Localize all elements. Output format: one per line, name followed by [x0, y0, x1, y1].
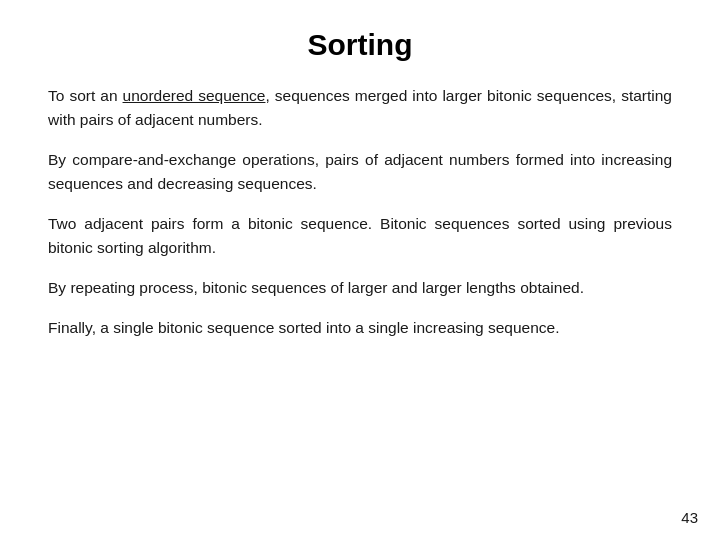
paragraph-4: By repeating process, bitonic sequences …: [48, 276, 672, 300]
page-number: 43: [681, 509, 698, 526]
para1-underline: unordered sequence: [123, 87, 266, 104]
paragraph-3: Two adjacent pairs form a bitonic sequen…: [48, 212, 672, 260]
slide-body: To sort an unordered sequence, sequences…: [48, 84, 672, 512]
paragraph-2: By compare-and-exchange operations, pair…: [48, 148, 672, 196]
slide-title: Sorting: [48, 28, 672, 62]
paragraph-1: To sort an unordered sequence, sequences…: [48, 84, 672, 132]
para1-text-before: To sort an: [48, 87, 123, 104]
slide-container: Sorting To sort an unordered sequence, s…: [0, 0, 720, 540]
paragraph-5: Finally, a single bitonic sequence sorte…: [48, 316, 672, 340]
